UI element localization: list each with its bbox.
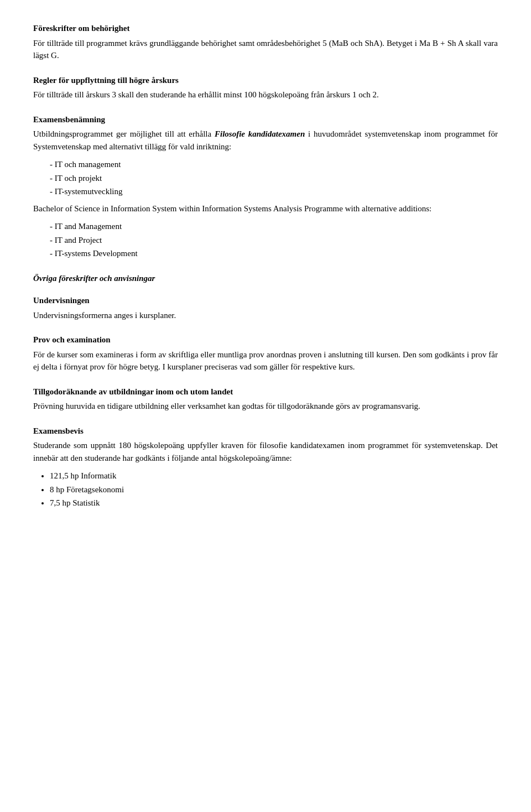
section-tillgodor: Tillgodoräknande av utbildningar inom oc… <box>33 386 498 413</box>
text-bold: Filosofie kandidatexamen <box>215 129 305 138</box>
para-examensbenamning: Utbildningsprogrammet ger möjlighet till… <box>33 128 498 153</box>
section-undervisningen: Undervisningen Undervisningsformerna ang… <box>33 294 498 321</box>
swedish-list: IT och management IT och projekt IT-syst… <box>50 158 498 198</box>
section-regler: Regler för uppflyttning till högre årsku… <box>33 74 498 101</box>
heading-ovriga: Övriga föreskrifter och anvisningar <box>33 272 498 285</box>
bullet-list-examens: 121,5 hp Informatik 8 hp Företagsekonomi… <box>50 470 498 509</box>
section-ovriga: Övriga föreskrifter och anvisningar <box>33 272 498 285</box>
list-item-english-2: IT and Project <box>50 234 498 247</box>
section-examensbenamning: Examensbenämning Utbildningsprogrammet g… <box>33 113 498 260</box>
para-regler: För tillträde till årskurs 3 skall den s… <box>33 89 498 101</box>
para-undervisningen: Undervisningsformerna anges i kursplaner… <box>33 309 498 322</box>
heading-examensbenamning: Examensbenämning <box>33 113 498 126</box>
para-examensbevis: Studerande som uppnått 180 högskolepoäng… <box>33 439 498 464</box>
list-item-english-3: IT-systems Development <box>50 247 498 260</box>
heading-undervisningen: Undervisningen <box>33 294 498 307</box>
section-foreskrifter: Föreskrifter om behörighet För tillträde… <box>33 22 498 62</box>
bullet-item-1: 121,5 hp Informatik <box>50 470 498 482</box>
list-item-swedish-1: IT och management <box>50 158 498 171</box>
para-prov: För de kurser som examineras i form av s… <box>33 348 498 373</box>
list-item-swedish-3: IT-systemutveckling <box>50 185 498 198</box>
heading-prov: Prov och examination <box>33 334 498 346</box>
heading-examensbevis: Examensbevis <box>33 425 498 438</box>
list-item-english-1: IT and Management <box>50 220 498 233</box>
para-bachelor: Bachelor of Science in Information Syste… <box>33 202 498 215</box>
section-examensbevis: Examensbevis Studerande som uppnått 180 … <box>33 425 498 509</box>
bullet-item-3: 7,5 hp Statistik <box>50 497 498 509</box>
para-tillgodor: Prövning huruvida en tidigare utbildning… <box>33 400 498 413</box>
bullet-item-2: 8 hp Företagsekonomi <box>50 483 498 496</box>
heading-regler: Regler för uppflyttning till högre årsku… <box>33 74 498 87</box>
heading-foreskrifter: Föreskrifter om behörighet <box>33 22 498 35</box>
text-before-bold: Utbildningsprogrammet ger möjlighet till… <box>33 129 215 138</box>
heading-tillgodor: Tillgodoräknande av utbildningar inom oc… <box>33 386 498 398</box>
english-list: IT and Management IT and Project IT-syst… <box>50 220 498 260</box>
para-foreskrifter: För tillträde till programmet krävs grun… <box>33 37 498 62</box>
list-item-swedish-2: IT och projekt <box>50 172 498 185</box>
section-prov: Prov och examination För de kurser som e… <box>33 334 498 373</box>
